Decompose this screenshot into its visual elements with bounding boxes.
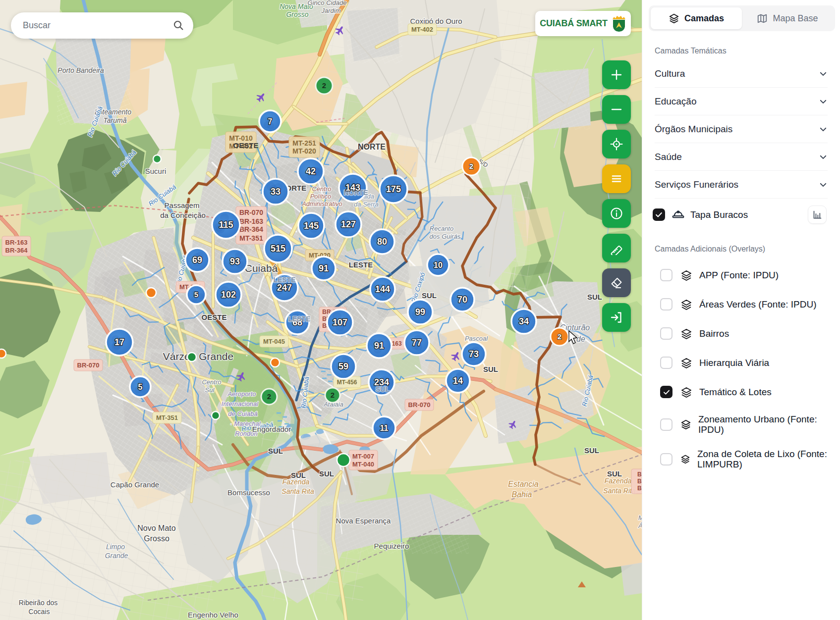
- svg-text:Grosso: Grosso: [144, 534, 169, 543]
- svg-text:Sucuri: Sucuri: [145, 167, 167, 175]
- svg-text:Centro: Centro: [202, 378, 221, 386]
- svg-text:Passagem: Passagem: [165, 201, 200, 209]
- svg-text:80: 80: [377, 237, 387, 247]
- svg-text:SUL: SUL: [422, 291, 437, 300]
- svg-text:Grosso: Grosso: [286, 10, 308, 18]
- svg-text:2: 2: [558, 332, 561, 341]
- svg-text:dos Guirás: dos Guirás: [430, 233, 461, 240]
- svg-text:Ág: Ág: [638, 522, 642, 529]
- svg-text:MT-351: MT-351: [156, 414, 178, 421]
- svg-text:7: 7: [268, 117, 273, 126]
- svg-text:Pascoal: Pascoal: [465, 335, 488, 342]
- svg-text:143: 143: [345, 183, 360, 193]
- svg-text:Porto Bandeira: Porto Bandeira: [57, 66, 104, 74]
- svg-text:MT-351: MT-351: [239, 234, 263, 242]
- svg-text:BR-364: BR-364: [5, 247, 28, 254]
- svg-text:OESTE: OESTE: [202, 313, 227, 321]
- svg-text:Engordador: Engordador: [252, 425, 291, 433]
- svg-text:MT-251: MT-251: [292, 139, 316, 147]
- svg-text:SUL: SUL: [584, 446, 599, 455]
- svg-text:Novo Mato: Novo Mato: [137, 524, 175, 532]
- svg-text:BR-070: BR-070: [239, 208, 263, 216]
- svg-text:Ribeirão dos: Ribeirão dos: [19, 599, 58, 607]
- svg-text:Ginco Cidade: Ginco Cidade: [308, 0, 347, 6]
- svg-text:Bomsucesso: Bomsucesso: [227, 488, 270, 497]
- svg-text:10: 10: [434, 261, 443, 269]
- svg-text:11: 11: [380, 424, 389, 432]
- svg-text:LESTE: LESTE: [349, 260, 373, 269]
- svg-text:91: 91: [319, 263, 329, 273]
- svg-text:Bahia: Bahia: [512, 490, 532, 499]
- svg-text:144: 144: [375, 284, 390, 294]
- svg-text:17: 17: [114, 337, 124, 347]
- svg-text:73: 73: [469, 349, 479, 359]
- svg-text:SUL: SUL: [268, 447, 283, 455]
- svg-text:Recanto: Recanto: [430, 225, 453, 232]
- svg-text:Internacional: Internacional: [222, 400, 259, 408]
- svg-text:Fazenda: Fazenda: [282, 478, 310, 486]
- svg-text:Sul: Sul: [205, 386, 215, 394]
- svg-text:MT-040: MT-040: [352, 461, 374, 468]
- svg-text:77: 77: [412, 338, 422, 348]
- svg-text:BR-3: BR-3: [637, 485, 642, 492]
- svg-text:BR-070: BR-070: [77, 362, 100, 369]
- svg-text:SUL: SUL: [587, 293, 602, 301]
- svg-text:102: 102: [221, 290, 236, 300]
- svg-text:14: 14: [453, 376, 463, 386]
- svg-text:Santa Rita: Santa Rita: [281, 487, 314, 495]
- svg-text:SUL: SUL: [319, 469, 334, 478]
- svg-text:MT-007: MT-007: [352, 453, 374, 460]
- svg-text:da Serra: da Serra: [354, 201, 379, 208]
- svg-text:NORTE: NORTE: [358, 143, 386, 151]
- svg-text:MT-402: MT-402: [411, 26, 433, 33]
- svg-text:2: 2: [331, 391, 335, 399]
- svg-text:Grande: Grande: [105, 552, 128, 560]
- svg-text:42: 42: [306, 166, 316, 176]
- svg-text:5: 5: [138, 383, 143, 391]
- svg-text:115: 115: [219, 220, 233, 230]
- svg-text:Várzea Grande: Várzea Grande: [163, 351, 233, 362]
- svg-text:BR-364: BR-364: [239, 225, 263, 233]
- svg-text:Estancia: Estancia: [508, 480, 538, 488]
- svg-text:175: 175: [386, 184, 401, 194]
- svg-text:BR-163: BR-163: [239, 217, 263, 225]
- svg-text:LESTE: LESTE: [288, 315, 310, 323]
- svg-text:Cocais: Cocais: [29, 608, 50, 616]
- svg-text:127: 127: [341, 219, 356, 229]
- svg-text:33: 33: [271, 187, 280, 197]
- svg-text:SUL: SUL: [483, 365, 498, 373]
- svg-text:Aeroporto: Aeroporto: [227, 390, 256, 398]
- svg-text:69: 69: [192, 255, 202, 265]
- svg-text:BR-0: BR-0: [637, 471, 642, 478]
- svg-text:Capão Grande: Capão Grande: [111, 480, 159, 489]
- svg-text:MT-045: MT-045: [263, 338, 285, 345]
- svg-text:34: 34: [519, 316, 529, 326]
- svg-text:de Cuiabá: de Cuiabá: [228, 410, 257, 417]
- svg-text:Político: Político: [310, 193, 332, 200]
- svg-text:Fazenda: Fazenda: [605, 477, 632, 485]
- svg-text:Centro: Centro: [312, 185, 331, 193]
- svg-text:93: 93: [230, 257, 240, 266]
- svg-text:59: 59: [338, 362, 348, 371]
- svg-text:Cuiabá: Cuiabá: [245, 262, 278, 274]
- svg-text:2: 2: [267, 392, 271, 401]
- svg-text:Min: Min: [638, 514, 642, 521]
- svg-text:BR-1: BR-1: [637, 478, 642, 485]
- svg-text:OESTE: OESTE: [233, 141, 259, 150]
- svg-text:Limpo: Limpo: [106, 543, 125, 551]
- svg-text:BR-163: BR-163: [5, 239, 28, 246]
- svg-text:2: 2: [469, 162, 473, 170]
- svg-text:SUL: SUL: [376, 385, 390, 393]
- svg-text:Administrativo: Administrativo: [301, 200, 342, 207]
- svg-text:5: 5: [194, 290, 198, 299]
- svg-text:BR-070: BR-070: [408, 401, 431, 409]
- svg-text:LESTE: LESTE: [273, 276, 295, 284]
- svg-text:Santa Rita: Santa Rita: [603, 487, 636, 495]
- svg-text:MT-456: MT-456: [337, 379, 357, 386]
- svg-text:de: de: [576, 335, 585, 343]
- svg-text:Pequizeiro: Pequizeiro: [374, 542, 409, 550]
- svg-text:247: 247: [277, 283, 292, 293]
- svg-text:515: 515: [271, 244, 285, 254]
- svg-text:Engenho Velho: Engenho Velho: [188, 611, 238, 619]
- svg-text:91: 91: [374, 341, 384, 351]
